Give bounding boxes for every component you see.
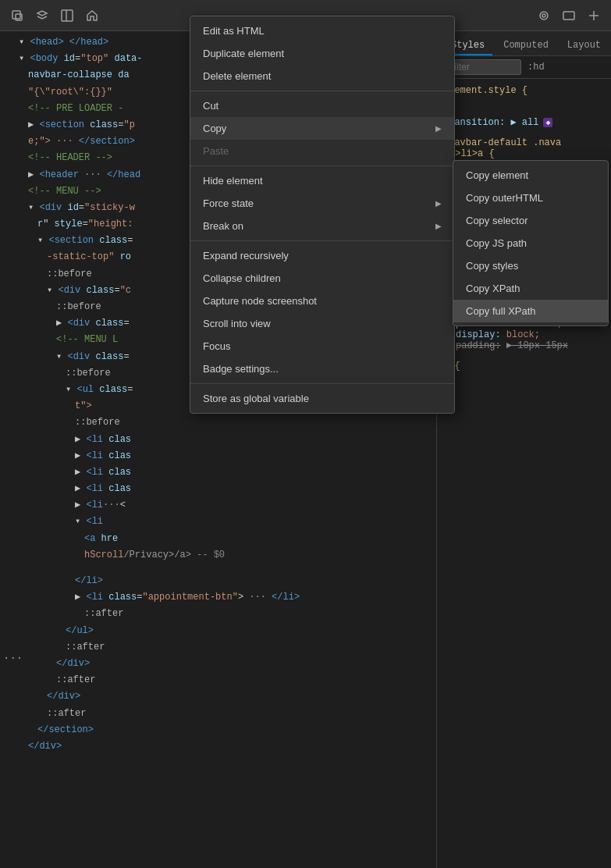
dom-line[interactable]: hScroll/Privacy>/a> -- $0: [6, 547, 436, 564]
dom-line[interactable]: ::before: [6, 414, 436, 431]
menu-separator-4: [190, 383, 454, 384]
transition-badge: ◆: [543, 118, 552, 127]
styles-tabs: Styles Computed Layout: [437, 31, 611, 56]
svg-rect-1: [16, 14, 22, 20]
css-rule-transition: transition: ▶ all ◆: [443, 116, 605, 128]
dom-line[interactable]: </section>: [6, 722, 436, 738]
dom-line[interactable]: </div>: [6, 738, 436, 755]
menu-item-break-on[interactable]: Break on ▶: [190, 215, 454, 237]
context-menu-left: Edit as HTML Duplicate element Delete el…: [190, 16, 455, 414]
svg-point-4: [540, 12, 548, 20]
submenu-item-copy-element[interactable]: Copy element: [453, 164, 608, 187]
svg-point-5: [542, 14, 545, 17]
menu-item-expand-recursively[interactable]: Expand recursively: [190, 244, 454, 267]
menu-separator-1: [190, 91, 454, 91]
dom-line[interactable]: ▶ <li···<: [6, 497, 436, 514]
settings-icon[interactable]: [533, 5, 555, 27]
dom-line[interactable]: </li>: [6, 573, 436, 589]
svg-rect-2: [62, 10, 73, 21]
menu-item-duplicate-element[interactable]: Duplicate element: [190, 42, 454, 65]
styles-toolbar: :hd: [437, 56, 611, 79]
transition-property: transition: ▶ all: [443, 116, 538, 128]
cursor-icon[interactable]: [6, 5, 28, 27]
menu-item-store-global[interactable]: Store as global variable: [190, 387, 454, 410]
menu-separator-2: [190, 165, 454, 166]
dom-tree-bottom: </li> ▶ <li class="appointment-btn"> ···…: [0, 570, 436, 758]
add-icon[interactable]: [583, 5, 605, 27]
css-rule-element-style: element.style { }: [443, 85, 605, 107]
styles-panel: Styles Computed Layout :hd element.style…: [437, 31, 611, 868]
menu-item-badge-settings[interactable]: Badge settings...: [190, 358, 454, 380]
dom-line[interactable]: ▶ <li clas: [6, 481, 436, 497]
menu-item-focus[interactable]: Focus: [190, 335, 454, 358]
dom-line[interactable]: ▾ <li: [6, 514, 436, 530]
force-state-arrow-icon: ▶: [435, 199, 442, 208]
submenu-item-copy-styles[interactable]: Copy styles: [453, 254, 608, 277]
styles-filter-input[interactable]: [443, 59, 521, 75]
menu-item-scroll-into-view[interactable]: Scroll into view: [190, 312, 454, 335]
overflow-menu-icon[interactable]: ···: [3, 652, 23, 664]
dom-line[interactable]: ::after: [6, 706, 436, 722]
submenu-item-copy-xpath[interactable]: Copy XPath: [453, 277, 608, 300]
dom-line[interactable]: ::after: [6, 606, 436, 622]
css-selector-navbar[interactable]: .navbar-default .nava: [443, 137, 605, 148]
window-icon[interactable]: [558, 5, 580, 27]
css-prop-padding-strike: padding: ► 10px 15px: [443, 340, 605, 351]
submenu-item-copy-full-xpath[interactable]: Copy full XPath: [453, 300, 608, 322]
dom-line[interactable]: ::after: [6, 672, 436, 688]
submenu-item-copy-outerhtml[interactable]: Copy outerHTML: [453, 187, 608, 209]
svg-rect-0: [12, 11, 20, 19]
menu-item-capture-screenshot[interactable]: Capture node screenshot: [190, 290, 454, 312]
submenu-item-copy-js-path[interactable]: Copy JS path: [453, 232, 608, 254]
tab-layout[interactable]: Layout: [559, 37, 609, 55]
menu-item-force-state[interactable]: Force state ▶: [190, 192, 454, 215]
dom-line[interactable]: ▶ <li clas: [6, 448, 436, 464]
css-selector[interactable]: element.style {: [443, 85, 605, 96]
dom-line[interactable]: ▶ <li class="appointment-btn"> ··· </li>: [6, 589, 436, 606]
tab-computed[interactable]: Computed: [496, 37, 556, 55]
svg-rect-6: [563, 12, 574, 20]
submenu-item-copy-selector[interactable]: Copy selector: [453, 209, 608, 232]
home-icon[interactable]: [81, 5, 103, 27]
dom-line[interactable]: ▶ <li clas: [6, 432, 436, 448]
pseudo-state-label: :hd: [528, 62, 545, 73]
dom-line[interactable]: </div>: [6, 656, 436, 672]
menu-item-copy[interactable]: Copy ▶: [190, 117, 454, 140]
dom-line[interactable]: </ul>: [6, 623, 436, 639]
css-rule-a: a {: [443, 361, 605, 372]
menu-item-cut[interactable]: Cut: [190, 94, 454, 117]
menu-item-collapse-children[interactable]: Collapse children: [190, 267, 454, 290]
menu-item-hide-element[interactable]: Hide element: [190, 169, 454, 192]
layers-icon[interactable]: [31, 5, 53, 27]
menu-item-delete-element[interactable]: Delete element: [190, 65, 454, 87]
menu-item-paste: Paste: [190, 140, 454, 162]
css-prop-display: display: block;: [443, 329, 605, 340]
menu-item-edit-as-html[interactable]: Edit as HTML: [190, 20, 454, 42]
css-selector-a[interactable]: a {: [443, 361, 605, 372]
copy-arrow-icon: ▶: [435, 124, 442, 133]
context-menu-right: Copy element Copy outerHTML Copy selecto…: [453, 160, 609, 326]
menu-separator-3: [190, 240, 454, 241]
panel-icon[interactable]: [56, 5, 78, 27]
dom-line[interactable]: ::after: [6, 639, 436, 656]
dom-line[interactable]: </div>: [6, 688, 436, 705]
break-on-arrow-icon: ▶: [435, 222, 442, 230]
dom-line[interactable]: ▶ <li clas: [6, 464, 436, 481]
dom-line[interactable]: <a hre: [6, 531, 436, 547]
